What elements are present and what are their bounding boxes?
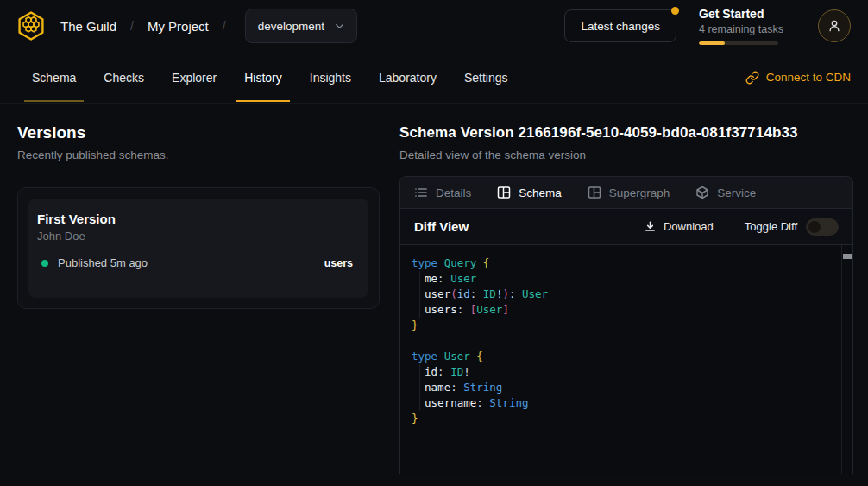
download-button[interactable]: Download (644, 220, 714, 233)
schema-sdl-code[interactable]: type Query { me: User user(id: ID!): Use… (400, 245, 841, 474)
download-icon (644, 220, 657, 233)
code-line (412, 333, 841, 349)
main-nav: Schema Checks Explorer History Insights … (0, 52, 868, 104)
breadcrumb-separator: / (223, 19, 226, 33)
notification-dot-icon (671, 7, 679, 15)
code-line: user(id: ID!): User (412, 287, 841, 302)
breadcrumb-separator: / (130, 19, 134, 33)
header-actions: Latest changes Get Started 4 remaining t… (564, 7, 851, 45)
toggle-diff-label: Toggle Diff (745, 220, 797, 233)
version-detail-subtitle: Detailed view of the schema version (399, 148, 853, 162)
tab-service-label: Service (717, 186, 756, 199)
nav-tab-explorer[interactable]: Explorer (164, 52, 224, 103)
schema-code-panel: type Query { me: User user(id: ID!): Use… (400, 245, 852, 474)
nav-tab-settings[interactable]: Settings (456, 52, 516, 103)
guild-logo-icon[interactable] (14, 9, 48, 43)
nav-tab-schema[interactable]: Schema (24, 52, 84, 103)
version-list-item[interactable]: First Version John Doe Published 5m ago … (28, 199, 368, 298)
get-started-progress-bar (699, 41, 778, 45)
get-started-widget[interactable]: Get Started 4 remaining tasks (699, 7, 796, 45)
get-started-title: Get Started (699, 7, 796, 22)
version-detail-panel: Schema Version 2166196f-5e10-4059-bd0a-0… (399, 104, 853, 474)
avatar[interactable] (818, 9, 851, 42)
main-content: Versions Recently published schemas. Fir… (0, 104, 868, 474)
nav-tabs: Schema Checks Explorer History Insights … (24, 52, 516, 103)
tab-supergraph[interactable]: Supergraph (588, 186, 670, 199)
code-line: username: String (412, 395, 841, 411)
connect-to-cdn-label: Connect to CDN (766, 71, 851, 84)
versions-panel: Versions Recently published schemas. Fir… (17, 104, 380, 474)
versions-title: Versions (17, 123, 380, 143)
download-label: Download (664, 220, 714, 233)
nav-tab-history[interactable]: History (236, 52, 290, 103)
get-started-remaining-tasks: 4 remaining tasks (699, 22, 796, 36)
connect-to-cdn-link[interactable]: Connect to CDN (745, 52, 851, 103)
published-status-dot-icon (41, 260, 48, 267)
code-line: } (412, 318, 841, 333)
tab-details[interactable]: Details (414, 186, 471, 199)
diff-view-header: Diff View Download Toggle Diff (400, 209, 852, 245)
toggle-knob (808, 221, 821, 233)
tab-service[interactable]: Service (695, 186, 756, 199)
latest-changes-label: Latest changes (581, 20, 660, 33)
version-author: John Doe (37, 230, 353, 243)
target-select-value: development (258, 20, 324, 33)
version-detail-title: Schema Version 2166196f-5e10-4059-bd0a-0… (399, 123, 853, 143)
versions-list-card: First Version John Doe Published 5m ago … (17, 187, 380, 309)
code-line: id: ID! (412, 364, 841, 380)
code-line: type User { (412, 349, 841, 364)
version-detail-tabs: Details Schema Supergraph (400, 177, 852, 209)
breadcrumb-org[interactable]: The Guild (60, 19, 116, 34)
tab-supergraph-label: Supergraph (609, 186, 670, 199)
code-line: users: [User] (412, 302, 841, 318)
version-detail-box: Details Schema Supergraph (399, 176, 853, 474)
code-line: name: String (412, 380, 841, 395)
tab-schema[interactable]: Schema (497, 186, 562, 199)
code-line: me: User (412, 271, 841, 287)
diff-view-actions: Download Toggle Diff (644, 218, 839, 236)
tab-details-label: Details (436, 186, 471, 199)
latest-changes-button[interactable]: Latest changes (564, 9, 676, 42)
columns-icon (497, 186, 511, 199)
nav-tab-laboratory[interactable]: Laboratory (371, 52, 444, 103)
code-line: } (412, 411, 841, 426)
versions-subtitle: Recently published schemas. (17, 148, 380, 162)
breadcrumb: The Guild / My Project / development (14, 9, 357, 43)
user-icon (827, 18, 842, 34)
version-status-row: Published 5m ago users (37, 256, 353, 269)
target-select[interactable]: development (245, 9, 357, 43)
diff-view-title: Diff View (414, 219, 469, 234)
toggle-diff-switch[interactable] (806, 218, 839, 236)
tab-schema-label: Schema (519, 186, 562, 199)
breadcrumb-project[interactable]: My Project (148, 19, 209, 34)
code-line: type Query { (412, 256, 841, 271)
chevron-down-icon (333, 20, 346, 33)
top-header: The Guild / My Project / development Lat… (0, 0, 868, 52)
columns-icon (588, 186, 601, 199)
code-scrollbar[interactable] (841, 245, 852, 474)
version-published-status: Published 5m ago (58, 256, 148, 269)
link-icon (745, 71, 759, 85)
nav-tab-insights[interactable]: Insights (302, 52, 359, 103)
version-name: First Version (37, 211, 353, 227)
cube-icon (695, 186, 709, 199)
version-service-badge: users (324, 257, 353, 269)
nav-tab-checks[interactable]: Checks (96, 52, 152, 103)
list-icon (414, 186, 428, 199)
get-started-progress-fill (699, 41, 725, 45)
code-scrollbar-thumb[interactable] (843, 254, 852, 259)
app-root: The Guild / My Project / development Lat… (0, 0, 868, 474)
